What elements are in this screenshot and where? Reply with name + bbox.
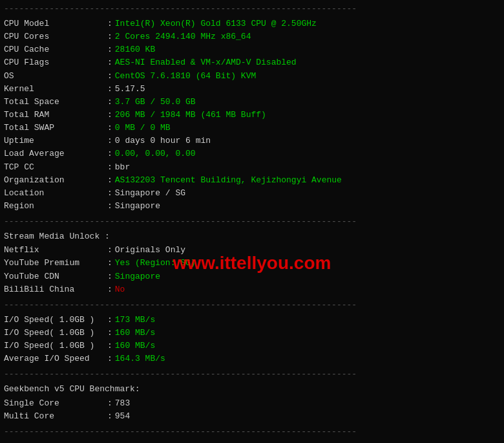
row-label: TCP CC <box>4 161 107 174</box>
row-value: 173 MB/s <box>115 314 155 327</box>
table-row: CPU Cache:28160 KB <box>4 43 500 56</box>
table-row: Load Average:0.00, 0.00, 0.00 <box>4 147 500 160</box>
table-row: Total SWAP:0 MB / 0 MB <box>4 122 500 135</box>
row-label: Total Space <box>4 96 107 109</box>
divider-bottom: ----------------------------------------… <box>4 427 500 437</box>
terminal-output: ----------------------------------------… <box>4 4 500 437</box>
row-label: Average I/O Speed <box>4 352 107 365</box>
row-value: 783 <box>115 397 130 410</box>
table-row: Average I/O Speed:164.3 MB/s <box>4 352 500 365</box>
table-row: Location:Singapore / SG <box>4 187 500 200</box>
table-row: Netflix:Originals Only <box>4 244 500 257</box>
row-value: 0.00, 0.00, 0.00 <box>115 147 196 160</box>
row-label: Uptime <box>4 135 107 147</box>
row-value: 0 MB / 0 MB <box>115 122 171 135</box>
row-label: CPU Cores <box>4 30 107 43</box>
row-value: 164.3 MB/s <box>115 352 165 365</box>
row-value: bbr <box>115 161 130 174</box>
row-value: 3.7 GB / 50.0 GB <box>115 96 196 109</box>
table-row: OS:CentOS 7.6.1810 (64 Bit) KVM <box>4 70 500 83</box>
row-label: I/O Speed( 1.0GB ) <box>4 327 107 340</box>
stream-section: Stream Media Unlock : www.ittellyou.com … <box>4 228 500 299</box>
row-label: CPU Model <box>4 17 107 30</box>
table-row: Multi Core:954 <box>4 410 500 423</box>
row-value: 206 MB / 1984 MB (461 MB Buff) <box>115 109 266 122</box>
table-row: YouTube Premium:Yes (Region: SG) <box>4 257 500 270</box>
row-value: Intel(R) Xeon(R) Gold 6133 CPU @ 2.50GHz <box>115 17 317 30</box>
table-row: CPU Flags:AES-NI Enabled & VM-x/AMD-V Di… <box>4 56 500 69</box>
table-row: Single Core:783 <box>4 397 500 410</box>
divider-after-system: ----------------------------------------… <box>4 217 500 226</box>
row-value: AS132203 Tencent Building, Kejizhongyi A… <box>115 174 342 187</box>
table-row: Total Space:3.7 GB / 50.0 GB <box>4 96 500 109</box>
row-label: I/O Speed( 1.0GB ) <box>4 314 107 327</box>
io-section: I/O Speed( 1.0GB ):173 MB/sI/O Speed( 1.… <box>4 311 500 369</box>
row-label: Netflix <box>4 244 107 257</box>
table-row: Total RAM:206 MB / 1984 MB (461 MB Buff) <box>4 109 500 122</box>
table-row: Region:Singapore <box>4 200 500 213</box>
table-row: Organization:AS132203 Tencent Building, … <box>4 174 500 187</box>
row-value: No <box>115 283 125 296</box>
table-row: BiliBili China:No <box>4 283 500 296</box>
row-value: Singapore <box>115 200 160 213</box>
table-row: Uptime:0 days 0 hour 6 min <box>4 135 500 147</box>
row-label: Total SWAP <box>4 122 107 135</box>
row-value: CentOS 7.6.1810 (64 Bit) KVM <box>115 70 256 83</box>
table-row: I/O Speed( 1.0GB ):160 MB/s <box>4 327 500 340</box>
row-value: 954 <box>115 410 130 423</box>
table-row: Kernel:5.17.5 <box>4 83 500 96</box>
row-value: AES-NI Enabled & VM-x/AMD-V Disabled <box>115 56 297 69</box>
table-row: TCP CC:bbr <box>4 161 500 174</box>
row-label: CPU Flags <box>4 56 107 69</box>
row-label: Organization <box>4 174 107 187</box>
row-label: Load Average <box>4 147 107 160</box>
system-section: CPU Model:Intel(R) Xeon(R) Gold 6133 CPU… <box>4 15 500 215</box>
row-label: I/O Speed( 1.0GB ) <box>4 340 107 352</box>
row-label: YouTube Premium <box>4 257 107 270</box>
table-row: YouTube CDN:Singapore <box>4 270 500 283</box>
row-value: Originals Only <box>115 244 185 257</box>
divider-after-stream: ----------------------------------------… <box>4 300 500 310</box>
row-label: BiliBili China <box>4 283 107 296</box>
geekbench-header: Geekbench v5 CPU Benchmark: <box>4 383 500 396</box>
row-value: 28160 KB <box>115 43 155 56</box>
divider-top: ----------------------------------------… <box>4 4 500 14</box>
row-label: Region <box>4 200 107 213</box>
table-row: I/O Speed( 1.0GB ):173 MB/s <box>4 314 500 327</box>
stream-header: Stream Media Unlock : <box>4 230 500 243</box>
row-value: 2 Cores 2494.140 MHz x86_64 <box>115 30 251 43</box>
row-label: Location <box>4 187 107 200</box>
row-label: Single Core <box>4 397 107 410</box>
row-value: 5.17.5 <box>115 83 145 96</box>
row-label: Kernel <box>4 83 107 96</box>
row-value: 160 MB/s <box>115 340 155 352</box>
row-value: 160 MB/s <box>115 327 155 340</box>
row-label: Total RAM <box>4 109 107 122</box>
row-value: Singapore / SG <box>115 187 185 200</box>
table-row: CPU Model:Intel(R) Xeon(R) Gold 6133 CPU… <box>4 17 500 30</box>
divider-after-io: ----------------------------------------… <box>4 369 500 379</box>
row-value: Yes (Region: SG) <box>115 257 196 270</box>
row-label: YouTube CDN <box>4 270 107 283</box>
row-label: Multi Core <box>4 410 107 423</box>
row-label: OS <box>4 70 107 83</box>
row-value: 0 days 0 hour 6 min <box>115 135 211 147</box>
table-row: CPU Cores:2 Cores 2494.140 MHz x86_64 <box>4 30 500 43</box>
row-value: Singapore <box>115 270 160 283</box>
row-label: CPU Cache <box>4 43 107 56</box>
table-row: I/O Speed( 1.0GB ):160 MB/s <box>4 340 500 352</box>
geekbench-section: Geekbench v5 CPU Benchmark: Single Core:… <box>4 380 500 425</box>
